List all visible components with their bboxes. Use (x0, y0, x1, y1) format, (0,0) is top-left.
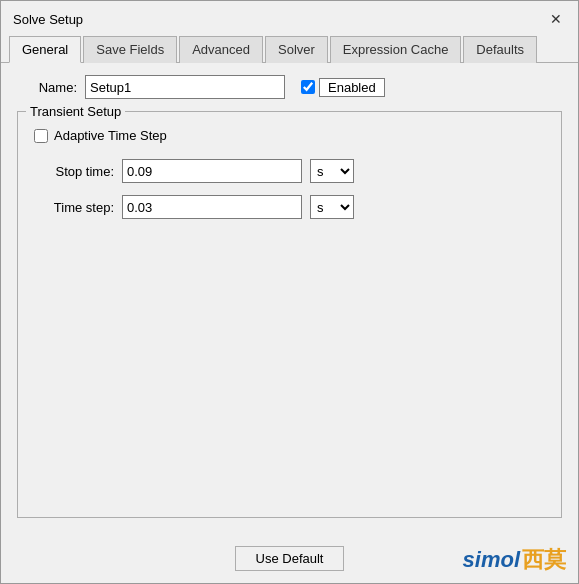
time-step-input[interactable] (122, 195, 302, 219)
time-step-unit-select[interactable]: s ms us ns (310, 195, 354, 219)
use-default-button[interactable]: Use Default (235, 546, 345, 571)
watermark-chinese-text: 西莫 (522, 545, 566, 575)
watermark: simol 西莫 (463, 545, 566, 575)
tab-expression-cache[interactable]: Expression Cache (330, 36, 462, 63)
tab-bar: General Save Fields Advanced Solver Expr… (1, 35, 578, 63)
solve-setup-dialog: Solve Setup ✕ General Save Fields Advanc… (0, 0, 579, 584)
name-label: Name: (17, 80, 77, 95)
tab-defaults[interactable]: Defaults (463, 36, 537, 63)
dialog-title: Solve Setup (13, 12, 83, 27)
enabled-group: Enabled (301, 78, 385, 97)
watermark-simol-text: simol (463, 547, 520, 573)
tab-general[interactable]: General (9, 36, 81, 63)
stop-time-row: Stop time: s ms us ns (34, 159, 545, 183)
stop-time-input[interactable] (122, 159, 302, 183)
time-step-label: Time step: (34, 200, 114, 215)
tab-solver[interactable]: Solver (265, 36, 328, 63)
adaptive-time-step-row: Adaptive Time Step (34, 128, 545, 143)
stop-time-label: Stop time: (34, 164, 114, 179)
stop-time-unit-select[interactable]: s ms us ns (310, 159, 354, 183)
close-button[interactable]: ✕ (546, 9, 566, 29)
enabled-label: Enabled (319, 78, 385, 97)
adaptive-time-step-label: Adaptive Time Step (54, 128, 167, 143)
enabled-checkbox[interactable] (301, 80, 315, 94)
name-row: Name: Enabled (17, 75, 562, 99)
tab-save-fields[interactable]: Save Fields (83, 36, 177, 63)
group-legend: Transient Setup (26, 104, 125, 119)
tab-content: Name: Enabled Transient Setup Adaptive T… (1, 63, 578, 538)
name-input[interactable] (85, 75, 285, 99)
tab-advanced[interactable]: Advanced (179, 36, 263, 63)
adaptive-time-step-checkbox[interactable] (34, 129, 48, 143)
transient-setup-group: Transient Setup Adaptive Time Step Stop … (17, 111, 562, 518)
time-step-row: Time step: s ms us ns (34, 195, 545, 219)
title-bar: Solve Setup ✕ (1, 1, 578, 33)
